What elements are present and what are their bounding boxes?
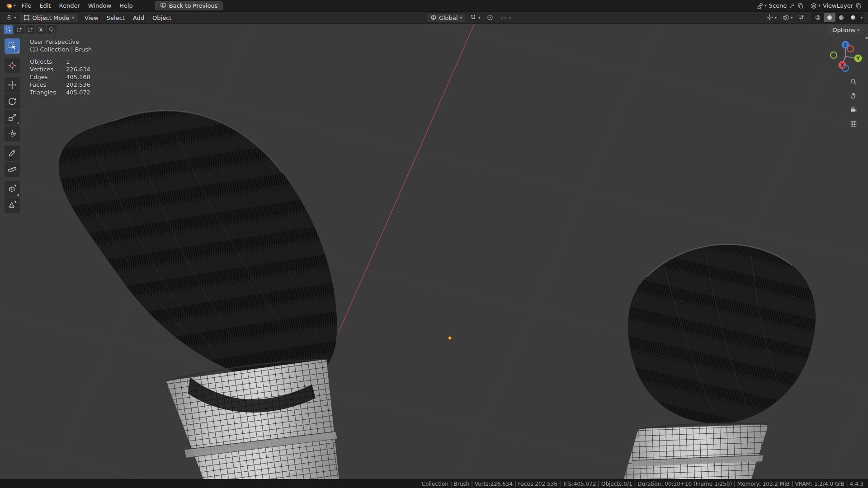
stat-value: 226,634 (66, 66, 92, 73)
status-collection: Collection (422, 481, 448, 487)
tool-move-button[interactable] (5, 77, 20, 93)
chevron-down-icon: ▾ (764, 4, 767, 8)
show-overlays-button[interactable]: ▾ (780, 13, 795, 22)
proportional-falloff-button[interactable]: ▾ (498, 13, 513, 22)
gizmo-x-label: X (840, 63, 844, 68)
viewlayer-name[interactable]: ViewLayer (823, 2, 853, 9)
select-mode-invert-button[interactable] (36, 25, 46, 34)
tool-transform-button[interactable] (5, 126, 20, 141)
viewport-3d: Options ▾ ◀ (0, 24, 868, 479)
cursor-3d-icon (8, 61, 17, 70)
back-to-previous-button[interactable]: Back to Previous (155, 1, 223, 10)
select-invert-icon (38, 27, 44, 33)
zoom-view-button[interactable] (848, 76, 859, 87)
back-to-previous-label: Back to Previous (169, 2, 218, 9)
pan-view-button[interactable] (848, 90, 859, 101)
viewlayer-icon (810, 2, 817, 9)
tool-annotate-button[interactable] (5, 145, 20, 161)
select-intersect-icon (49, 27, 55, 33)
falloff-curve-icon (500, 14, 507, 21)
pin-icon[interactable] (789, 3, 795, 9)
stat-label: Triangles (30, 89, 64, 96)
xray-icon (798, 14, 805, 21)
chevron-down-icon: ▾ (857, 28, 859, 32)
stat-value: 202,536 (66, 81, 92, 89)
camera-view-button[interactable] (848, 104, 859, 115)
statusbar: Collection | Brush | Verts:226,634 | Fac… (0, 479, 868, 488)
select-extend-icon (16, 27, 23, 33)
axis-line-x (339, 24, 475, 332)
gizmo-icon (766, 14, 773, 21)
global-orientation-icon (430, 14, 437, 21)
menu-add[interactable]: Add (129, 13, 148, 23)
editor-3d-viewport-icon (5, 14, 13, 21)
sidebar-collapse-arrow[interactable]: ◀ (865, 36, 868, 40)
toggle-xray-button[interactable] (796, 13, 807, 22)
viewlayer-browse-button[interactable]: ▾ (810, 2, 821, 9)
topbar-right: ▾ Scene ▾ (754, 2, 864, 9)
navigation-gizmo[interactable]: Z Y X (828, 38, 863, 73)
tool-settings-row (4, 25, 57, 34)
status-object: Brush (454, 481, 470, 487)
gizmo-axis-neg-x-ball[interactable] (847, 46, 854, 52)
select-mode-subtract-button[interactable] (25, 25, 35, 34)
rendered-sphere-icon (850, 14, 856, 21)
viewport-canvas[interactable] (0, 24, 868, 479)
tool-cursor-button[interactable] (5, 58, 20, 73)
snap-toggle-button[interactable]: ▾ (468, 13, 482, 22)
overlays-icon (782, 14, 789, 21)
blender-menu-button[interactable]: ▾ (4, 2, 18, 9)
scene-statistics: Objects1 Vertices226,634 Edges405,168 Fa… (30, 58, 92, 96)
new-scene-icon[interactable] (797, 3, 804, 9)
menu-render[interactable]: Render (55, 1, 84, 10)
shading-rendered-button[interactable] (847, 13, 859, 22)
tool-scale-button[interactable] (5, 110, 20, 125)
menu-select[interactable]: Select (103, 13, 129, 23)
menu-edit[interactable]: Edit (35, 1, 55, 10)
gizmo-axis-neg-y-ball[interactable] (830, 52, 837, 58)
select-mode-set-button[interactable] (4, 25, 13, 34)
toolbar (5, 38, 21, 213)
stat-value: 405,072 (66, 89, 92, 96)
shading-solid-button[interactable] (824, 13, 835, 22)
object-origin-dot[interactable] (448, 337, 452, 340)
menu-view[interactable]: View (80, 13, 103, 23)
select-mode-intersect-button[interactable] (47, 25, 57, 34)
hand-icon (850, 92, 857, 99)
status-memory: Memory: 103.2 MiB (737, 481, 790, 487)
mode-dropdown[interactable]: Object Mode ▾ (20, 14, 78, 22)
select-mode-extend-button[interactable] (14, 25, 24, 34)
mode-dropdown-label: Object Mode (33, 14, 70, 21)
menu-help[interactable]: Help (115, 1, 137, 10)
proportional-editing-icon (486, 14, 494, 21)
tool-rotate-button[interactable] (5, 94, 20, 109)
options-button[interactable]: Options ▾ (828, 26, 863, 34)
scene-selector: ▾ Scene (754, 2, 807, 9)
magnifier-icon (850, 78, 857, 85)
shading-material-button[interactable] (835, 13, 847, 22)
editor-type-button[interactable]: ▾ (4, 13, 18, 22)
transform-orientation-dropdown[interactable]: Global ▾ (427, 14, 465, 22)
menu-file[interactable]: File (18, 1, 36, 10)
tool-measure-button[interactable] (5, 162, 20, 177)
context-path-label: (1) Collection | Brush (30, 46, 92, 53)
select-subtract-icon (27, 27, 33, 33)
viewport-info-overlay: User Perspective (1) Collection | Brush … (30, 38, 92, 96)
menu-window[interactable]: Window (84, 1, 115, 10)
proportional-editing-button[interactable] (485, 13, 495, 22)
scene-browse-button[interactable]: ▾ (756, 2, 767, 9)
scene-name[interactable]: Scene (769, 2, 787, 9)
new-viewlayer-icon[interactable] (855, 3, 862, 9)
tool-add-cone-button[interactable] (5, 197, 20, 213)
move-icon (8, 80, 17, 89)
shading-wireframe-button[interactable] (812, 13, 824, 22)
chevron-down-icon: ▾ (509, 16, 511, 20)
menu-object[interactable]: Object (148, 13, 175, 23)
tool-add-cube-button[interactable] (5, 181, 20, 197)
tool-select-box-button[interactable] (5, 38, 20, 54)
toggle-ortho-button[interactable] (848, 118, 859, 129)
show-gizmo-button[interactable]: ▾ (764, 13, 778, 22)
add-cone-icon (8, 201, 17, 210)
chevron-down-icon: ▾ (460, 16, 462, 20)
status-tris: Tris:405,072 (563, 481, 596, 487)
